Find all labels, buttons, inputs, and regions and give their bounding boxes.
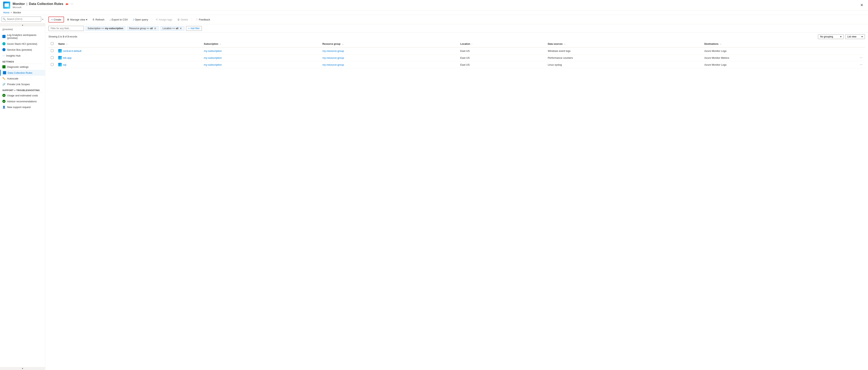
col-resource-group[interactable]: Resource group ↑↓ [320, 40, 458, 47]
location-filter-remove[interactable]: ✕ [179, 27, 182, 30]
sidebar-label-advisor-recommendations: Advisor recommendations [7, 100, 37, 103]
row2-name-link[interactable]: lob-app [63, 56, 71, 59]
row1-checkbox[interactable] [51, 49, 54, 52]
breadcrumb-current: Monitor [13, 11, 21, 14]
add-filter-icon: + [188, 27, 190, 30]
diagnostic-settings-icon [2, 65, 5, 68]
row1-data-sources: Windows event logs [548, 50, 571, 52]
sidebar-item-data-collection-rules[interactable]: Data Collection Rules [0, 70, 45, 76]
sidebar-item-private-link-scopes[interactable]: 🔗 Private Link Scopes [0, 81, 45, 87]
filter-input[interactable] [49, 26, 84, 31]
open-query-button[interactable]: ⟩ Open query [131, 17, 150, 22]
table-row: central-it-default my-subscription my-re… [49, 47, 865, 54]
sidebar-item-service-bus[interactable]: Service Bus (preview) [0, 47, 45, 53]
grouping-dropdown[interactable]: No grouping ▾ [818, 34, 844, 39]
col-subscription[interactable]: Subscription ↑↓ [202, 40, 320, 47]
view-controls: No grouping ▾ List view ▾ [818, 34, 865, 39]
subscription-filter-label: Subscription == [88, 27, 104, 30]
resource-group-filter-label: Resource group == [129, 27, 150, 30]
sidebar-item-advisor-recommendations[interactable]: ● Advisor recommendations [0, 98, 45, 104]
col-destinations[interactable]: Destinations ↑↓ [702, 40, 857, 47]
export-icon: ↓ [110, 18, 111, 21]
sidebar-item-usage-costs[interactable]: ● Usage and estimated costs [0, 92, 45, 98]
row1-resource-group-link[interactable]: my-resource-group [322, 50, 344, 52]
sidebar-search-input[interactable] [2, 17, 41, 22]
manage-view-icon: ⚙ [67, 18, 69, 21]
sidebar-item-diagnostic-settings[interactable]: Diagnostic settings [0, 64, 45, 70]
breadcrumb-home[interactable]: Home [3, 11, 9, 14]
search-icon: 🔍 [3, 18, 6, 21]
location-filter-label: Location == [163, 27, 175, 30]
resource-group-filter-remove[interactable]: ✕ [154, 27, 157, 30]
sidebar-item-preview[interactable]: (preview) [0, 26, 45, 32]
col-resource-group-sort-icon: ↑↓ [342, 43, 344, 45]
feedback-button[interactable]: ♡ Feedback [193, 17, 212, 22]
row3-actions-button[interactable]: ··· [860, 63, 863, 66]
col-subscription-sort-icon: ↑↓ [220, 43, 221, 45]
row3-resource-group-link[interactable]: my-resource-group [322, 63, 344, 66]
subscription-filter-value: my-subscription [105, 27, 123, 30]
sidebar-item-insights-hub[interactable]: ··· Insights Hub [0, 53, 45, 59]
row3-data-sources: Linux syslog [548, 63, 562, 66]
sidebar-label-diagnostic-settings: Diagnostic settings [7, 65, 29, 68]
advisor-recommendations-icon: ● [2, 100, 5, 103]
sidebar-item-new-support-request[interactable]: 👤 New support request [0, 104, 45, 110]
sidebar-item-log-analytics[interactable]: Log Analytics workspaces (preview) [0, 32, 45, 41]
page-title: Monitor | Data Collection Rules 📌 ··· [12, 2, 74, 6]
main-layout: 🔍 « ▲ (preview) Log Analytics workspaces… [0, 15, 868, 370]
create-button[interactable]: + Create [49, 17, 64, 23]
pin-icon[interactable]: 📌 [64, 2, 69, 6]
row2-checkbox[interactable] [51, 56, 54, 59]
col-location-sort-icon: ↑ [471, 43, 472, 45]
header-subtitle: Microsoft [12, 6, 74, 8]
sidebar-label-new-support-request: New support request [7, 106, 31, 109]
row1-subscription-link[interactable]: my-subscription [204, 50, 222, 52]
col-data-sources[interactable]: Data sources ↑↓ [546, 40, 702, 47]
row3-subscription-link[interactable]: my-subscription [204, 63, 222, 66]
toolbar: + Create ⚙ Manage view ▾ ↻ Refresh ↓ Exp… [45, 15, 868, 24]
sidebar-collapse-button[interactable]: « [42, 18, 43, 21]
add-filter-button[interactable]: + Add filter [186, 26, 202, 31]
support-section-header: Support + Troubleshooting [0, 87, 45, 92]
row3-destinations: Azure Monitor Logs [704, 63, 726, 66]
location-filter-value: all [176, 27, 178, 30]
row1-location: East US [460, 50, 470, 52]
row3-name-link[interactable]: sql [63, 63, 66, 66]
row3-checkbox[interactable] [51, 63, 54, 66]
col-destinations-sort-icon: ↑↓ [720, 43, 721, 45]
col-location[interactable]: Location ↑ [458, 40, 546, 47]
assign-tags-button[interactable]: 🏷 Assign tags [154, 17, 174, 22]
settings-section-header: Settings [0, 59, 45, 64]
row2-subscription-link[interactable]: my-subscription [204, 56, 222, 59]
open-query-icon: ⟩ [133, 18, 134, 21]
view-dropdown[interactable]: List view ▾ [845, 34, 865, 39]
scroll-up-button[interactable]: ▲ [0, 24, 45, 26]
table-row: sql my-subscription my-resource-group Ea… [49, 61, 865, 68]
col-name[interactable]: Name ↑↓ [56, 40, 202, 47]
delete-button[interactable]: 🗑 Delete [175, 17, 190, 22]
sidebar-label-autoscale: Autoscale [7, 77, 18, 80]
refresh-button[interactable]: ↻ Refresh [90, 17, 107, 22]
app-icon [3, 2, 10, 9]
assign-tags-icon: 🏷 [156, 18, 158, 21]
select-all-col [49, 40, 56, 47]
content-area: + Create ⚙ Manage view ▾ ↻ Refresh ↓ Exp… [45, 15, 868, 370]
ellipsis-button[interactable]: ··· [70, 2, 74, 6]
sidebar-item-autoscale[interactable]: ✏️ Autoscale [0, 76, 45, 81]
row2-resource-group-link[interactable]: my-resource-group [322, 56, 344, 59]
scroll-down-button[interactable]: ▼ [0, 367, 45, 370]
sidebar-item-azure-stack[interactable]: Azure Stack HCI (preview) [0, 41, 45, 47]
manage-view-button[interactable]: ⚙ Manage view ▾ [65, 17, 90, 22]
subscription-filter-tag: Subscription == my-subscription [86, 26, 125, 31]
service-bus-icon [2, 48, 5, 51]
close-button[interactable]: ✕ [859, 2, 865, 8]
row2-actions-button[interactable]: ··· [860, 56, 863, 60]
log-analytics-icon [2, 35, 5, 38]
row1-name-link[interactable]: central-it-default [63, 50, 81, 52]
row1-name-cell: central-it-default [58, 49, 199, 53]
col-actions-empty [857, 40, 865, 47]
breadcrumb-separator: > [11, 11, 12, 14]
select-all-checkbox[interactable] [51, 42, 54, 45]
sidebar-label-service-bus: Service Bus (preview) [7, 48, 32, 51]
export-csv-button[interactable]: ↓ Export to CSV [107, 17, 130, 22]
